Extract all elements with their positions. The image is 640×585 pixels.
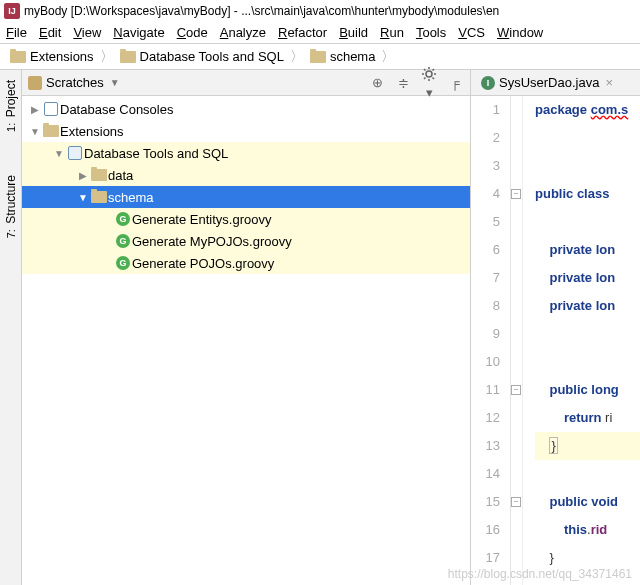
tree-item[interactable]: GGenerate POJOs.groovy [22,252,470,274]
tree-item[interactable]: GGenerate MyPOJOs.groovy [22,230,470,252]
tree-label: Generate POJOs.groovy [132,256,274,271]
panel-header: Scratches ▼ ⊕ ≑ ▾ ╒ [22,70,470,96]
chevron-right-icon: 〉 [381,48,395,66]
hide-icon[interactable]: ╒ [446,75,464,90]
collapse-icon[interactable]: ≑ [394,75,412,90]
target-icon[interactable]: ⊕ [368,75,386,90]
menu-edit[interactable]: Edit [39,25,61,40]
tree-item[interactable]: ▶Database Consoles [22,98,470,120]
title-bar: IJ myBody [D:\Workspaces\java\myBody] - … [0,0,640,22]
tree-arrow-icon[interactable]: ▶ [76,170,90,181]
tree-item[interactable]: GGenerate Entitys.groovy [22,208,470,230]
fold-marker-icon[interactable]: − [511,497,521,507]
close-icon[interactable]: × [605,75,613,90]
tree-label: schema [108,190,154,205]
tool-window-tabs: 1:Project7:Structure [0,70,22,585]
editor-tab[interactable]: I SysUserDao.java × [475,75,619,90]
tree-label: Database Tools and SQL [84,146,228,161]
code-area[interactable]: package com.s public class private lon p… [523,96,640,585]
fold-marker-icon[interactable]: − [511,189,521,199]
groovy-icon: G [116,256,130,270]
svg-point-0 [426,71,432,77]
scratches-icon [28,76,42,90]
menu-refactor[interactable]: Refactor [278,25,327,40]
chevron-right-icon: 〉 [100,48,114,66]
line-numbers: 1234567891011121314151617 [471,96,511,585]
breadcrumb-item[interactable]: schema [306,49,380,64]
chevron-right-icon: 〉 [290,48,304,66]
tree-arrow-icon[interactable]: ▼ [28,126,42,137]
breadcrumb: Extensions〉Database Tools and SQL〉schema… [0,44,640,70]
menu-vcs[interactable]: VCS [458,25,485,40]
code-editor[interactable]: 1234567891011121314151617 −−− package co… [471,96,640,585]
fold-column[interactable]: −−− [511,96,523,585]
tree-item[interactable]: ▼schema [22,186,470,208]
menu-bar: FileEditViewNavigateCodeAnalyzeRefactorB… [0,22,640,44]
tree-arrow-icon[interactable]: ▼ [76,192,90,203]
folder-icon [91,169,107,181]
breadcrumb-item[interactable]: Database Tools and SQL [116,49,288,64]
tree-arrow-icon[interactable]: ▶ [28,104,42,115]
tool-tab-project[interactable]: 1:Project [2,74,20,139]
project-panel: Scratches ▼ ⊕ ≑ ▾ ╒ ▶Database Consoles▼E… [22,70,471,585]
window-title: myBody [D:\Workspaces\java\myBody] - ...… [24,4,499,18]
tree-item[interactable]: ▼Database Tools and SQL [22,142,470,164]
dropdown-icon[interactable]: ▼ [110,77,120,88]
database-icon [44,102,58,116]
menu-file[interactable]: File [6,25,27,40]
tree-label: Generate MyPOJOs.groovy [132,234,292,249]
menu-window[interactable]: Window [497,25,543,40]
tree-label: data [108,168,133,183]
panel-title: Scratches [46,75,104,90]
folder-icon [43,125,59,137]
tree-label: Database Consoles [60,102,173,117]
tree-label: Extensions [60,124,124,139]
menu-view[interactable]: View [73,25,101,40]
db-tools-icon [68,146,82,160]
project-tree: ▶Database Consoles▼Extensions▼Database T… [22,96,470,585]
gear-icon[interactable]: ▾ [420,66,438,100]
menu-analyze[interactable]: Analyze [220,25,266,40]
java-interface-icon: I [481,76,495,90]
tool-tab-structure[interactable]: 7:Structure [2,169,20,246]
tree-item[interactable]: ▶data [22,164,470,186]
tree-label: Generate Entitys.groovy [132,212,271,227]
tree-arrow-icon[interactable]: ▼ [52,148,66,159]
groovy-icon: G [116,234,130,248]
editor-panel: I SysUserDao.java × 12345678910111213141… [471,70,640,585]
menu-build[interactable]: Build [339,25,368,40]
tab-filename: SysUserDao.java [499,75,599,90]
editor-tabs: I SysUserDao.java × [471,70,640,96]
menu-navigate[interactable]: Navigate [113,25,164,40]
folder-icon [91,191,107,203]
groovy-icon: G [116,212,130,226]
watermark: https://blog.csdn.net/qq_34371461 [448,567,632,581]
tree-item[interactable]: ▼Extensions [22,120,470,142]
menu-tools[interactable]: Tools [416,25,446,40]
fold-marker-icon[interactable]: − [511,385,521,395]
breadcrumb-item[interactable]: Extensions [6,49,98,64]
menu-run[interactable]: Run [380,25,404,40]
menu-code[interactable]: Code [177,25,208,40]
app-icon: IJ [4,3,20,19]
